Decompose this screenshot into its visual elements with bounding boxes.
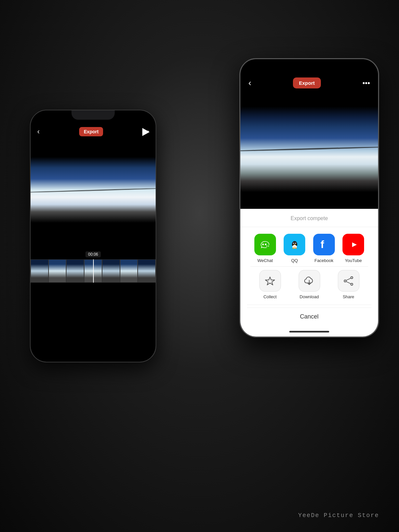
callout-connector bbox=[142, 128, 150, 136]
facebook-label: Facebook bbox=[315, 258, 333, 263]
qq-icon bbox=[289, 239, 301, 251]
share-item-download[interactable]: Download bbox=[299, 270, 320, 299]
export-sheet: Export compete WeC bbox=[240, 209, 378, 336]
horizon-line-back bbox=[31, 188, 156, 193]
share-item-collect[interactable]: Collect bbox=[259, 270, 281, 299]
video-frame-front bbox=[240, 99, 378, 192]
front-video-top-black bbox=[240, 92, 378, 99]
timeline-time: 00:06 bbox=[85, 251, 101, 257]
svg-line-24 bbox=[346, 278, 351, 280]
download-label: Download bbox=[300, 294, 319, 299]
download-icon bbox=[304, 276, 315, 286]
phone-front-screen: ‹ Export ••• Export compete bbox=[240, 59, 378, 336]
front-black-mid bbox=[240, 192, 378, 209]
phone-back-bottom bbox=[31, 283, 156, 303]
svg-point-9 bbox=[293, 243, 294, 244]
share-item-qq[interactable]: QQ bbox=[284, 234, 305, 263]
wechat-icon bbox=[259, 239, 271, 251]
video-frame-back bbox=[31, 150, 156, 223]
share-item-wechat[interactable]: WeChat bbox=[254, 234, 276, 263]
youtube-label: YouTube bbox=[345, 258, 362, 263]
phone-back: ‹ Export ••• 00:06 bbox=[30, 110, 156, 362]
facebook-icon: f bbox=[319, 239, 329, 251]
film-frame bbox=[138, 259, 156, 283]
phone-back-black-bottom bbox=[31, 223, 156, 249]
youtube-icon-wrap[interactable] bbox=[342, 234, 364, 255]
film-frame bbox=[102, 259, 120, 283]
collect-icon-wrap[interactable] bbox=[259, 270, 281, 292]
svg-point-1 bbox=[265, 243, 267, 245]
download-icon-wrap[interactable] bbox=[299, 270, 320, 292]
film-frame bbox=[66, 259, 84, 283]
share-item-youtube[interactable]: YouTube bbox=[342, 234, 364, 263]
scrubber-line[interactable] bbox=[93, 259, 94, 283]
back-arrow-front[interactable]: ‹ bbox=[248, 78, 251, 88]
export-button-front[interactable]: Export bbox=[293, 77, 321, 88]
export-complete-title: Export compete bbox=[240, 209, 378, 227]
phone-front-video bbox=[240, 99, 378, 192]
svg-point-10 bbox=[295, 243, 296, 244]
phone-front-header: ‹ Export ••• bbox=[240, 59, 378, 92]
phone-back-notch bbox=[71, 110, 115, 120]
svg-point-21 bbox=[351, 277, 353, 279]
phone-back-screen: ‹ Export ••• 00:06 bbox=[31, 110, 156, 362]
svg-point-3 bbox=[266, 245, 267, 246]
svg-text:f: f bbox=[321, 239, 324, 250]
timeline-label: 00:06 bbox=[31, 249, 156, 259]
phone-back-video bbox=[31, 150, 156, 223]
svg-point-14 bbox=[292, 248, 294, 248]
svg-point-22 bbox=[344, 280, 346, 282]
svg-point-11 bbox=[294, 244, 295, 245]
horizon-line-front bbox=[240, 146, 378, 152]
video-top-black bbox=[31, 140, 156, 150]
three-dots-front[interactable]: ••• bbox=[362, 79, 370, 87]
export-button-small[interactable]: Export bbox=[79, 127, 103, 136]
share-item-share[interactable]: Share bbox=[338, 270, 359, 299]
qq-icon-wrap[interactable] bbox=[284, 234, 305, 255]
share-item-facebook[interactable]: f Facebook bbox=[313, 234, 335, 263]
wechat-label: WeChat bbox=[257, 258, 273, 263]
svg-line-25 bbox=[346, 281, 351, 284]
cancel-button[interactable]: Cancel bbox=[247, 308, 371, 326]
cancel-divider bbox=[247, 305, 371, 305]
share-icon-wrap[interactable] bbox=[338, 270, 359, 292]
svg-point-4 bbox=[268, 245, 269, 246]
svg-point-23 bbox=[351, 283, 353, 285]
svg-marker-19 bbox=[265, 277, 275, 285]
watermark: YeeDe Picture Store bbox=[298, 512, 379, 519]
film-frame bbox=[49, 259, 66, 283]
film-frame bbox=[31, 259, 49, 283]
qq-label: QQ bbox=[291, 258, 298, 263]
share-icon bbox=[343, 276, 354, 286]
share-icons-row1: WeChat bbox=[240, 227, 378, 266]
collect-label: Collect bbox=[263, 294, 277, 299]
phone-front: ‹ Export ••• Export compete bbox=[239, 58, 379, 337]
svg-point-0 bbox=[262, 243, 264, 245]
film-frame bbox=[120, 259, 138, 283]
svg-point-15 bbox=[295, 248, 297, 248]
svg-point-2 bbox=[266, 244, 270, 247]
back-arrow-small[interactable]: ‹ bbox=[37, 127, 40, 136]
share-label: Share bbox=[343, 294, 354, 299]
home-indicator bbox=[289, 331, 329, 332]
facebook-icon-wrap[interactable]: f bbox=[313, 234, 335, 255]
youtube-icon bbox=[347, 240, 360, 250]
filmstrip[interactable] bbox=[31, 259, 156, 283]
collect-icon bbox=[265, 276, 275, 286]
wechat-icon-wrap[interactable] bbox=[254, 234, 276, 255]
share-icons-row2: Collect Download bbox=[240, 267, 378, 305]
